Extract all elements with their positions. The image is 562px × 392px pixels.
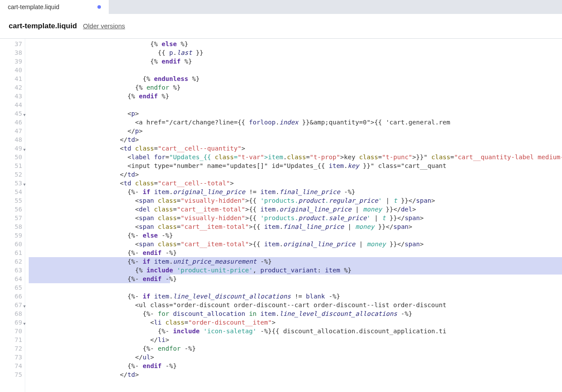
- line-number: 63: [0, 266, 25, 275]
- line-number: 65: [0, 283, 25, 292]
- line-number: 72: [0, 344, 25, 353]
- code-line[interactable]: <li class="order-discount__item">: [29, 318, 562, 327]
- code-line[interactable]: </ul>: [29, 353, 562, 362]
- code-line[interactable]: <del class="cart__item-total">{{ item.or…: [29, 205, 562, 214]
- line-number: 57: [0, 214, 25, 222]
- line-number: 37: [0, 40, 25, 48]
- line-number: 64: [0, 275, 25, 283]
- line-number: 52: [0, 170, 25, 179]
- line-number: 44: [0, 101, 25, 109]
- code-line[interactable]: {% endfor %}: [29, 83, 562, 92]
- line-number: 68: [0, 309, 25, 318]
- line-number: 61: [0, 248, 25, 257]
- code-line[interactable]: {{ p.last }}: [29, 48, 562, 57]
- code-line[interactable]: <span class="visually-hidden">{{ 'produc…: [29, 214, 562, 222]
- code-line[interactable]: {%- else -%}: [29, 231, 562, 240]
- code-line[interactable]: {%- endif -%}: [29, 248, 562, 257]
- modified-dot-icon: [97, 5, 101, 9]
- code-line[interactable]: {%- include 'icon-saletag' -%}{{ discoun…: [29, 327, 562, 335]
- line-number: 73: [0, 353, 25, 362]
- line-number: 50: [0, 153, 25, 161]
- code-line[interactable]: <p>: [29, 109, 562, 118]
- line-number: 41: [0, 74, 25, 83]
- code-line[interactable]: </td>: [29, 135, 562, 144]
- line-number: 48: [0, 135, 25, 144]
- tab-cart-template[interactable]: cart-template.liquid: [0, 0, 109, 14]
- line-number: 47: [0, 127, 25, 135]
- line-number: 53▼: [0, 179, 25, 188]
- code-line[interactable]: </td>: [29, 170, 562, 179]
- line-number: 62: [0, 257, 25, 266]
- code-line[interactable]: <span class="cart__item-total">{{ item.f…: [29, 222, 562, 231]
- line-number: 39: [0, 57, 25, 66]
- line-number: 56: [0, 205, 25, 214]
- code-line[interactable]: {% else %}: [29, 40, 562, 48]
- code-line[interactable]: <a href="/cart/change?line={{ forloop.in…: [29, 118, 562, 127]
- code-editor[interactable]: 373839404142434445▼46474849▼50515253▼545…: [0, 39, 562, 392]
- code-line[interactable]: <td class="cart__cell--total">: [29, 179, 562, 188]
- code-line[interactable]: {%- if item.unit_price_measurement -%}: [29, 257, 562, 266]
- line-number: 69▼: [0, 318, 25, 327]
- code-line[interactable]: </td>: [29, 370, 562, 379]
- code-line[interactable]: [29, 283, 562, 292]
- line-number: 70: [0, 327, 25, 335]
- line-number: 66: [0, 292, 25, 301]
- code-line[interactable]: {% endunless %}: [29, 74, 562, 83]
- code-line[interactable]: {%- endif -%}: [29, 275, 562, 283]
- line-number: 75: [0, 370, 25, 379]
- code-line[interactable]: {% endif %}: [29, 57, 562, 66]
- code-line[interactable]: </li>: [29, 335, 562, 344]
- line-number: 43: [0, 92, 25, 101]
- code-line[interactable]: <ul class="order-discount order-discount…: [29, 301, 562, 309]
- line-number: 55: [0, 196, 25, 205]
- code-line[interactable]: <td class="cart__cell--quantity">: [29, 144, 562, 153]
- code-line[interactable]: {%- endfor -%}: [29, 344, 562, 353]
- line-number: 54: [0, 188, 25, 196]
- line-number: 74: [0, 362, 25, 370]
- code-line[interactable]: [29, 101, 562, 109]
- code-line[interactable]: <span class="cart__item-total">{{ item.o…: [29, 240, 562, 248]
- code-line[interactable]: {%- if item.original_line_price != item.…: [29, 188, 562, 196]
- code-area[interactable]: {% else %} {{ p.last }} {% endif %} {% e…: [25, 39, 562, 392]
- code-line[interactable]: {% include 'product-unit-price', product…: [29, 266, 562, 275]
- file-title: cart-template.liquid: [9, 22, 77, 30]
- line-number-gutter: 373839404142434445▼46474849▼50515253▼545…: [0, 39, 25, 392]
- line-number: 38: [0, 48, 25, 57]
- line-number: 40: [0, 66, 25, 74]
- code-line[interactable]: <span class="visually-hidden">{{ 'produc…: [29, 196, 562, 205]
- line-number: 45▼: [0, 109, 25, 118]
- code-line[interactable]: <input type="number" name="updates[]" id…: [29, 161, 562, 170]
- line-number: 42: [0, 83, 25, 92]
- code-line[interactable]: {%- endif -%}: [29, 362, 562, 370]
- line-number: 51: [0, 161, 25, 170]
- line-number: 59: [0, 231, 25, 240]
- line-number: 49▼: [0, 144, 25, 153]
- tab-bar: cart-template.liquid: [0, 0, 562, 14]
- tab-label: cart-template.liquid: [8, 3, 92, 10]
- code-line[interactable]: {% endif %}: [29, 92, 562, 101]
- line-number: 60: [0, 240, 25, 248]
- older-versions-link[interactable]: Older versions: [83, 22, 125, 30]
- code-line[interactable]: {%- if item.line_level_discount_allocati…: [29, 292, 562, 301]
- line-number: 58: [0, 222, 25, 231]
- code-line[interactable]: [29, 66, 562, 74]
- line-number: 67▼: [0, 301, 25, 309]
- line-number: 71: [0, 335, 25, 344]
- code-line[interactable]: <label for="Updates_{{ class="t-var">ite…: [29, 153, 562, 161]
- code-line[interactable]: </p>: [29, 127, 562, 135]
- code-line[interactable]: {%- for discount_allocation in item.line…: [29, 309, 562, 318]
- file-title-bar: cart-template.liquid Older versions: [0, 14, 562, 39]
- line-number: 46: [0, 118, 25, 127]
